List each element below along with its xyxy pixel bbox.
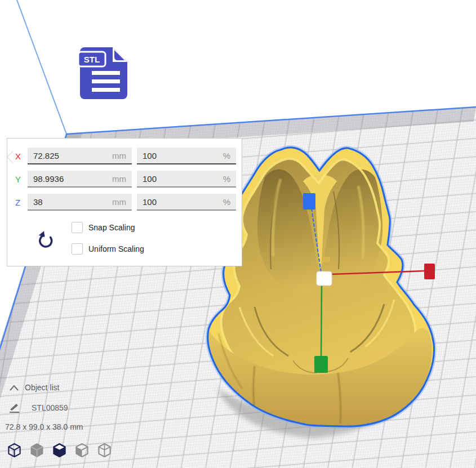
snap-scaling-row: Snap Scaling xyxy=(72,222,135,233)
object-dimensions: 72.8 x 99.0 x 38.0 mm xyxy=(5,422,83,431)
pencil-icon[interactable] xyxy=(8,402,21,413)
view-3d-icon[interactable] xyxy=(7,443,22,458)
y-percent-input[interactable] xyxy=(143,174,223,184)
scale-row-z: Z mm % xyxy=(15,194,234,211)
uniform-scaling-label: Uniform Scaling xyxy=(88,244,144,253)
x-unit-label: mm xyxy=(112,151,126,161)
z-value-input[interactable] xyxy=(33,197,112,207)
snap-scaling-checkbox[interactable] xyxy=(72,222,83,233)
object-list-header[interactable]: Object list xyxy=(25,383,59,392)
scale-tool-panel: X mm % Y mm % Z mm xyxy=(7,138,242,266)
z-percent-unit: % xyxy=(223,197,230,207)
y-mm-field[interactable]: mm xyxy=(28,171,132,188)
x-value-input[interactable] xyxy=(33,151,112,161)
scale-handle-z[interactable] xyxy=(303,193,315,210)
x-mm-field[interactable]: mm xyxy=(28,148,132,164)
y-value-input[interactable] xyxy=(33,174,112,184)
x-percent-input[interactable] xyxy=(143,151,223,161)
z-unit-label: mm xyxy=(112,197,126,207)
z-mm-field[interactable]: mm xyxy=(28,194,132,211)
axis-z-label: Z xyxy=(15,198,24,207)
build-volume-edge xyxy=(17,0,66,134)
reset-rotate-ccw-icon xyxy=(37,230,56,251)
stl-badge-label: STL xyxy=(84,55,100,64)
scale-row-y: Y mm % xyxy=(15,171,234,188)
y-unit-label: mm xyxy=(112,174,126,184)
stl-file-icon[interactable]: STL xyxy=(77,43,134,102)
object-name[interactable]: STL00859 xyxy=(32,403,68,412)
z-percent-input[interactable] xyxy=(143,197,223,207)
view-outline-box-icon[interactable] xyxy=(97,443,112,458)
scale-row-x: X mm % xyxy=(15,148,234,164)
scale-handle-center[interactable] xyxy=(317,271,332,286)
uniform-scaling-checkbox[interactable] xyxy=(72,243,83,255)
view-solid-icon[interactable] xyxy=(29,443,45,458)
scale-handle-y[interactable] xyxy=(314,356,328,373)
application-window: STL X mm % Y mm % xyxy=(0,0,476,468)
axis-x-label: X xyxy=(15,151,24,161)
view-open-box-icon[interactable] xyxy=(52,443,67,458)
y-percent-field[interactable]: % xyxy=(137,171,236,188)
z-percent-field[interactable]: % xyxy=(137,194,236,211)
y-percent-unit: % xyxy=(223,174,230,184)
snap-scaling-label: Snap Scaling xyxy=(88,223,135,232)
axis-y-label: Y xyxy=(15,175,24,184)
x-percent-field[interactable]: % xyxy=(137,148,236,164)
view-left-face-icon[interactable] xyxy=(74,443,90,458)
view-toolbar xyxy=(7,443,112,458)
chevron-up-icon[interactable] xyxy=(9,384,19,392)
x-percent-unit: % xyxy=(223,151,230,161)
scale-axis-y-line xyxy=(321,284,322,357)
uniform-scaling-row: Uniform Scaling xyxy=(72,243,144,255)
scale-handle-x[interactable] xyxy=(424,264,435,279)
reset-scale-button[interactable] xyxy=(37,230,56,251)
